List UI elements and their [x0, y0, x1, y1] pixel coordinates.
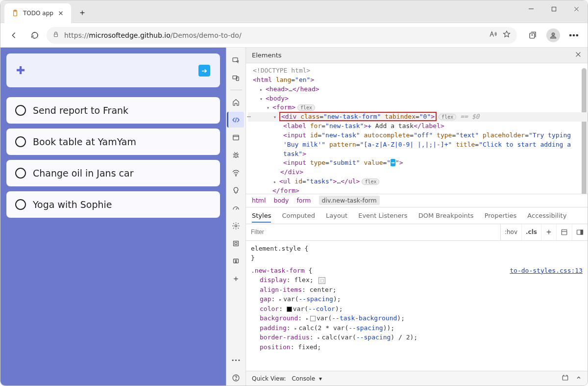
selected-element-line[interactable]: ⋯ <div class="new-task-form" tabindex="0… — [248, 112, 588, 122]
settings-gear-icon[interactable] — [228, 218, 244, 233]
svg-rect-27 — [563, 376, 568, 380]
maximize-button[interactable] — [542, 0, 565, 17]
panel-layout-icon[interactable] — [572, 224, 588, 240]
collections-icon[interactable] — [524, 26, 541, 44]
svg-rect-12 — [233, 135, 239, 140]
network-icon[interactable] — [228, 165, 244, 180]
todo-app-pane: ✚ ➔ Send report to Frank Book table at Y… — [0, 48, 226, 386]
chevron-up-icon[interactable] — [576, 375, 582, 382]
new-tab-button[interactable] — [75, 5, 90, 20]
add-panel-icon[interactable] — [228, 271, 244, 286]
task-item[interactable]: Yoga with Sophie — [6, 191, 220, 218]
task-label: Book table at YamYam — [33, 136, 136, 147]
svg-point-20 — [235, 359, 237, 360]
tab-accessibility[interactable]: Accessibility — [527, 208, 566, 223]
tab-properties[interactable]: Properties — [485, 208, 517, 223]
window-controls — [520, 0, 588, 17]
elements-panel-icon[interactable] — [227, 112, 244, 128]
lock-icon — [52, 31, 59, 39]
browser-tab[interactable]: TODO app — [4, 3, 71, 23]
svg-rect-26 — [581, 230, 583, 234]
url-text: https://microsoftedge.github.io/Demos/de… — [64, 31, 484, 39]
svg-point-23 — [236, 379, 236, 380]
crumb-html[interactable]: html — [252, 197, 266, 204]
svg-rect-2 — [552, 7, 556, 11]
home-icon[interactable] — [228, 94, 244, 110]
tab-layout[interactable]: Layout — [326, 208, 347, 223]
menu-button[interactable] — [565, 26, 583, 44]
task-label: Change oil in Jans car — [33, 168, 134, 179]
issues-icon[interactable] — [562, 374, 569, 383]
close-devtools-icon[interactable] — [575, 51, 582, 59]
performance-icon[interactable] — [228, 200, 244, 216]
help-icon[interactable] — [228, 370, 244, 386]
svg-rect-16 — [234, 241, 239, 246]
window-titlebar: TODO app — [0, 0, 588, 23]
breadcrumb[interactable]: html body form div.new-task-form — [246, 194, 588, 207]
elements-tree[interactable]: <!DOCTYPE html> <html lang="en"> <head>…… — [246, 63, 588, 194]
crumb-selected[interactable]: div.new-task-form — [319, 196, 380, 205]
task-label: Yoga with Sophie — [33, 199, 112, 210]
svg-point-8 — [576, 34, 578, 36]
cls-button[interactable]: .cls — [522, 224, 541, 240]
tab-dom-breakpoints[interactable]: DOM Breakpoints — [418, 208, 474, 223]
source-link[interactable]: to-do-styles.css:13 — [510, 266, 583, 276]
svg-point-18 — [235, 260, 237, 261]
svg-point-6 — [569, 34, 571, 36]
radio-icon[interactable] — [15, 168, 26, 179]
styles-filter-row: :hov .cls — [246, 224, 588, 241]
application-icon[interactable] — [228, 129, 244, 145]
clipboard-icon — [11, 9, 19, 17]
read-aloud-icon[interactable] — [489, 30, 497, 40]
devtools-header: Elements — [246, 48, 588, 63]
scrollbar[interactable] — [582, 68, 587, 194]
styles-tabstrip: Styles Computed Layout Event Listeners D… — [246, 207, 588, 224]
computed-toggle-icon[interactable] — [557, 224, 572, 240]
profile-button[interactable] — [544, 26, 562, 44]
new-rule-icon[interactable] — [541, 224, 557, 240]
radio-icon[interactable] — [15, 105, 26, 116]
sources-bug-icon[interactable] — [228, 147, 244, 163]
panel-title: Elements — [252, 51, 282, 59]
memory-icon[interactable] — [228, 235, 244, 251]
tab-styles[interactable]: Styles — [252, 208, 271, 223]
tab-event-listeners[interactable]: Event Listeners — [358, 208, 407, 223]
crumb-body[interactable]: body — [273, 197, 289, 204]
quickview-label: Quick View: — [252, 375, 286, 382]
device-icon[interactable] — [228, 70, 244, 86]
favorite-icon[interactable] — [502, 30, 511, 40]
radio-icon[interactable] — [15, 199, 26, 210]
address-bar[interactable]: https://microsoftedge.github.io/Demos/de… — [47, 27, 517, 44]
back-button[interactable] — [5, 26, 23, 44]
task-item[interactable]: Send report to Frank — [6, 97, 220, 124]
refresh-button[interactable] — [26, 26, 44, 44]
svg-point-14 — [236, 175, 236, 176]
close-window-button[interactable] — [565, 0, 588, 17]
security-icon[interactable] — [228, 253, 244, 269]
quickview-value[interactable]: Console — [292, 375, 315, 382]
radio-icon[interactable] — [15, 136, 26, 147]
svg-rect-24 — [562, 230, 567, 235]
task-item[interactable]: Change oil in Jans car — [6, 160, 220, 186]
svg-rect-3 — [54, 34, 58, 36]
browser-toolbar: https://microsoftedge.github.io/Demos/de… — [0, 23, 588, 48]
tab-title: TODO app — [23, 10, 53, 17]
svg-rect-9 — [233, 57, 238, 61]
styles-pane[interactable]: element.style { } to-do-styles.css:13.ne… — [246, 241, 588, 371]
task-item[interactable]: Book table at YamYam — [6, 129, 220, 155]
devtools-activity-bar — [226, 48, 246, 386]
quick-view-bar: Quick View: Console ▾ — [246, 371, 588, 386]
tab-computed[interactable]: Computed — [282, 208, 315, 223]
chevron-down-icon[interactable]: ▾ — [317, 375, 322, 382]
inspect-icon[interactable] — [228, 52, 244, 68]
lightbulb-icon[interactable] — [228, 182, 244, 198]
hov-button[interactable]: :hov — [501, 224, 522, 240]
styles-filter-input[interactable] — [246, 224, 501, 240]
crumb-form[interactable]: form — [296, 197, 311, 204]
close-tab-icon[interactable] — [57, 10, 64, 17]
svg-point-7 — [573, 34, 575, 36]
new-task-form[interactable]: ✚ ➔ — [6, 53, 220, 87]
more-icon[interactable] — [228, 352, 244, 368]
submit-arrow-icon[interactable]: ➔ — [198, 65, 210, 77]
minimize-button[interactable] — [520, 0, 542, 17]
